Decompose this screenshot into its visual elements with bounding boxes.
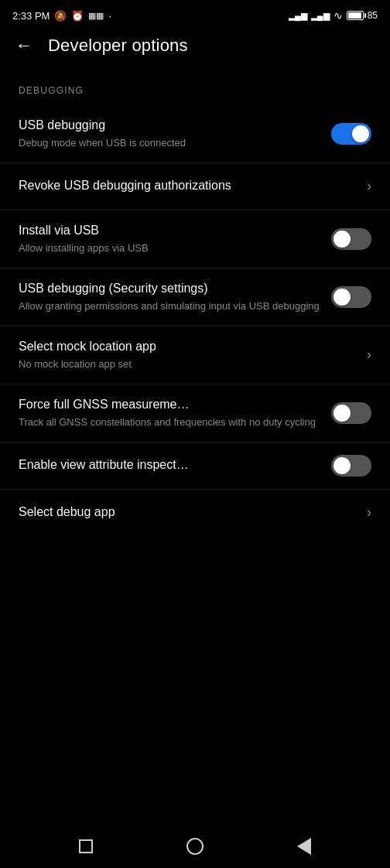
- back-button[interactable]: ←: [12, 34, 36, 57]
- chevron-icon-select-mock-location: ›: [367, 347, 371, 363]
- item-content-usb-debugging: USB debuggingDebug mode when USB is conn…: [19, 118, 331, 150]
- item-title-select-mock-location: Select mock location app: [19, 339, 358, 355]
- item-content-revoke-usb-debugging: Revoke USB debugging authorizations: [19, 178, 367, 196]
- toggle-install-via-usb[interactable]: [331, 228, 371, 250]
- chevron-icon-select-debug-app: ›: [367, 504, 371, 521]
- alarm-icon: ⏰: [71, 10, 84, 22]
- chevron-icon-revoke-usb-debugging: ›: [367, 178, 371, 194]
- item-subtitle-select-mock-location: No mock location app set: [19, 357, 358, 371]
- item-content-select-debug-app: Select debug app: [19, 504, 367, 522]
- item-content-view-attribute-inspect: Enable view attribute inspect…: [19, 457, 331, 475]
- item-subtitle-install-via-usb: Allow installing apps via USB: [19, 241, 322, 255]
- section-header-debugging: DEBUGGING: [0, 70, 390, 105]
- settings-item-usb-debugging[interactable]: USB debuggingDebug mode when USB is conn…: [0, 105, 390, 162]
- nfc-icon: ▦▦: [88, 11, 104, 21]
- settings-item-usb-debugging-security[interactable]: USB debugging (Security settings)Allow g…: [0, 268, 390, 326]
- item-title-force-gnss: Force full GNSS measureme…: [19, 397, 322, 413]
- status-right: ▂▄▆ ▂▄▆ ∿ 85: [289, 9, 378, 22]
- item-content-usb-debugging-security: USB debugging (Security settings)Allow g…: [19, 281, 331, 313]
- item-title-revoke-usb-debugging: Revoke USB debugging authorizations: [19, 178, 358, 194]
- time: 2:33 PM: [12, 10, 50, 22]
- signal-icon: ▂▄▆: [289, 11, 307, 21]
- status-bar: 2:33 PM 🔕 ⏰ ▦▦ · ▂▄▆ ▂▄▆ ∿ 85: [0, 0, 390, 28]
- item-subtitle-usb-debugging-security: Allow granting permissions and simulatin…: [19, 299, 322, 313]
- status-left: 2:33 PM 🔕 ⏰ ▦▦ ·: [12, 10, 111, 22]
- settings-item-revoke-usb-debugging[interactable]: Revoke USB debugging authorizations›: [0, 163, 390, 210]
- dot-icon: ·: [108, 10, 111, 22]
- item-title-usb-debugging-security: USB debugging (Security settings): [19, 281, 322, 297]
- toggle-force-gnss[interactable]: [331, 402, 371, 424]
- top-nav: ← Developer options: [0, 28, 390, 70]
- settings-item-install-via-usb[interactable]: Install via USBAllow installing apps via…: [0, 210, 390, 268]
- item-subtitle-usb-debugging: Debug mode when USB is connected: [19, 136, 322, 150]
- toggle-usb-debugging[interactable]: [331, 123, 371, 145]
- settings-item-select-mock-location[interactable]: Select mock location appNo mock location…: [0, 326, 390, 384]
- settings-list: DEBUGGINGUSB debuggingDebug mode when US…: [0, 70, 390, 583]
- nav-home-icon: [186, 838, 204, 855]
- item-title-usb-debugging: USB debugging: [19, 118, 322, 134]
- item-title-select-debug-app: Select debug app: [19, 504, 358, 521]
- nav-recent-button[interactable]: [70, 831, 101, 862]
- wifi-icon: ∿: [334, 9, 343, 22]
- item-title-install-via-usb: Install via USB: [19, 223, 322, 239]
- page-title: Developer options: [48, 36, 188, 56]
- nav-recent-icon: [79, 839, 93, 853]
- battery-pct: 85: [368, 10, 378, 21]
- item-content-install-via-usb: Install via USBAllow installing apps via…: [19, 223, 331, 255]
- nav-back-icon: [297, 838, 311, 855]
- nav-back-button[interactable]: [289, 831, 320, 862]
- toggle-usb-debugging-security[interactable]: [331, 286, 371, 308]
- mute-icon: 🔕: [54, 10, 67, 22]
- battery-icon: [347, 10, 364, 21]
- item-subtitle-force-gnss: Track all GNSS constellations and freque…: [19, 415, 322, 429]
- item-content-force-gnss: Force full GNSS measureme…Track all GNSS…: [19, 397, 331, 429]
- item-content-select-mock-location: Select mock location appNo mock location…: [19, 339, 367, 371]
- settings-item-select-debug-app[interactable]: Select debug app›: [0, 490, 390, 536]
- nav-home-button[interactable]: [180, 831, 210, 862]
- signal-icon2: ▂▄▆: [311, 11, 330, 21]
- settings-item-view-attribute-inspect[interactable]: Enable view attribute inspect…: [0, 443, 390, 489]
- toggle-view-attribute-inspect[interactable]: [331, 455, 371, 477]
- item-title-view-attribute-inspect: Enable view attribute inspect…: [19, 457, 322, 473]
- nav-bar: [0, 825, 390, 868]
- settings-item-force-gnss[interactable]: Force full GNSS measureme…Track all GNSS…: [0, 384, 390, 442]
